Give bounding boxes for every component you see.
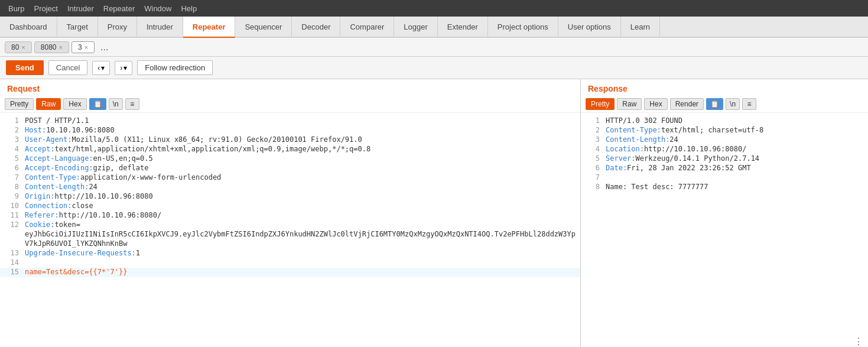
tab-extender[interactable]: Extender	[438, 17, 488, 37]
code-text: 24	[669, 135, 678, 145]
request-icon1-btn[interactable]: 📋	[89, 98, 106, 110]
code-text: Connection:	[25, 202, 71, 211]
sub-tab-8080-close[interactable]: ×	[59, 44, 63, 51]
table-row: 7Content-Type: application/x-www-form-ur…	[0, 173, 580, 183]
request-raw-btn[interactable]: Raw	[36, 98, 61, 110]
code-text: Referer:	[25, 211, 59, 220]
table-row: 8Name: Test desc: 7777777	[581, 183, 868, 192]
table-row: 1HTTP/1.0 302 FOUND	[581, 116, 868, 126]
code-text: 24	[89, 183, 97, 192]
code-text: Name: Test desc: 7777777	[606, 183, 708, 192]
code-text: close	[71, 202, 93, 211]
tab-decoder[interactable]: Decoder	[292, 17, 340, 37]
response-toolbar: Pretty Raw Hex Render 📋 \n ≡	[581, 96, 868, 113]
table-row: 7	[581, 173, 868, 183]
tab-proxy[interactable]: Proxy	[98, 17, 137, 37]
code-text: Content-Length:	[606, 135, 669, 145]
line-number: 5	[586, 154, 600, 164]
table-row: 6Date: Fri, 28 Jan 2022 23:26:52 GMT	[581, 164, 868, 173]
table-row: 13Upgrade-Insecure-Requests: 1	[0, 249, 580, 258]
code-text: Host:	[25, 126, 46, 135]
code-text: Content-Type:	[606, 126, 661, 135]
line-number: 2	[586, 126, 600, 135]
sub-tab-3-close[interactable]: ×	[84, 44, 88, 51]
menu-burp[interactable]: Burp	[4, 3, 29, 14]
response-menu-btn[interactable]: ≡	[742, 98, 756, 110]
line-number: 15	[5, 268, 19, 277]
follow-redirection-button[interactable]: Follow redirection	[137, 60, 213, 75]
sub-tab-80[interactable]: 80 ×	[5, 41, 32, 53]
tab-intruder[interactable]: Intruder	[137, 17, 183, 37]
table-row: 11Referer: http://10.10.10.96:8080/	[0, 211, 580, 220]
code-text: Date:	[606, 164, 627, 173]
dots-icon[interactable]: ⋮	[854, 336, 863, 347]
response-panel: Response Pretty Raw Hex Render 📋 \n ≡ 1H…	[581, 79, 868, 347]
request-menu-btn[interactable]: ≡	[125, 98, 139, 110]
response-render-btn[interactable]: Render	[670, 98, 704, 110]
cancel-button[interactable]: Cancel	[48, 60, 87, 75]
response-content[interactable]: 1HTTP/1.0 302 FOUND2Content-Type: text/h…	[581, 113, 868, 335]
line-number: 3	[5, 135, 19, 145]
code-text: Accept:	[25, 145, 55, 154]
line-number: 3	[586, 135, 600, 145]
tab-user-options[interactable]: User options	[558, 17, 621, 37]
tab-learn[interactable]: Learn	[621, 17, 660, 37]
request-content[interactable]: 1POST / HTTP/1.12Host: 10.10.10.96:80803…	[0, 113, 580, 335]
line-number	[5, 230, 19, 239]
code-text: Content-Type:	[25, 173, 80, 183]
response-icon1-btn[interactable]: 📋	[706, 98, 723, 110]
table-row: 4Accept: text/html,application/xhtml+xml…	[0, 145, 580, 154]
request-hex-btn[interactable]: Hex	[63, 98, 86, 110]
tab-dashboard[interactable]: Dashboard	[0, 17, 57, 37]
sub-tab-80-label: 80	[11, 43, 19, 51]
menu-window[interactable]: Window	[139, 3, 176, 14]
code-text: Upgrade-Insecure-Requests:	[25, 249, 136, 258]
response-raw-btn[interactable]: Raw	[617, 98, 642, 110]
table-row: 15name=Test&desc={{7*'7'}}	[0, 268, 580, 277]
tab-logger[interactable]: Logger	[394, 17, 437, 37]
chevron-down-icon: ▾	[101, 64, 105, 72]
line-number: 11	[5, 211, 19, 220]
line-number: 7	[586, 173, 600, 183]
nav-forward-button[interactable]: › ▾	[115, 61, 132, 75]
line-number: 14	[5, 258, 19, 268]
code-text: http://10.10.10.96:8080/	[644, 145, 746, 154]
request-pretty-btn[interactable]: Pretty	[5, 98, 34, 110]
response-hex-btn[interactable]: Hex	[644, 98, 667, 110]
menu-project[interactable]: Project	[29, 3, 62, 14]
sub-tab-more[interactable]: ...	[97, 41, 112, 54]
request-newline-btn[interactable]: \n	[109, 98, 123, 110]
code-text: application/x-www-form-urlencoded	[80, 173, 221, 183]
line-number: 8	[5, 183, 19, 192]
code-text: Werkzeug/0.14.1 Python/2.7.14	[636, 154, 760, 164]
send-button[interactable]: Send	[6, 60, 44, 75]
code-text: Mozilla/5.0 (X11; Linux x86_64; rv:91.0)…	[71, 135, 362, 145]
toolbar: Send Cancel ‹ ▾ › ▾ Follow redirection	[0, 57, 868, 79]
response-pretty-btn[interactable]: Pretty	[586, 98, 615, 110]
sub-tab-8080[interactable]: 8080 ×	[34, 41, 69, 53]
table-row: 3Content-Length: 24	[581, 135, 868, 145]
response-newline-btn[interactable]: \n	[726, 98, 740, 110]
chevron-down-icon2: ▾	[123, 64, 127, 72]
line-number: 9	[5, 192, 19, 202]
tab-repeater[interactable]: Repeater	[183, 17, 236, 38]
tab-sequencer[interactable]: Sequencer	[235, 17, 292, 37]
menu-intruder[interactable]: Intruder	[63, 3, 99, 14]
code-text: Accept-Language:	[25, 154, 93, 164]
code-text: Server:	[606, 154, 636, 164]
code-text: eyJhbGciOiJIUzI1NiIsInR5cCI6IkpXVCJ9.eyJ…	[25, 230, 576, 239]
sub-tab-80-close[interactable]: ×	[21, 44, 25, 51]
tab-target[interactable]: Target	[57, 17, 98, 37]
nav-back-button[interactable]: ‹ ▾	[92, 61, 110, 75]
line-number: 12	[5, 220, 19, 230]
tab-project-options[interactable]: Project options	[488, 17, 558, 37]
line-number	[5, 239, 19, 249]
menu-repeater[interactable]: Repeater	[99, 3, 139, 14]
table-row: 14	[0, 258, 580, 268]
tab-comparer[interactable]: Comparer	[340, 17, 394, 37]
sub-tab-bar: 80 × 8080 × 3 × ...	[0, 38, 868, 57]
code-text: Fri, 28 Jan 2022 23:26:52 GMT	[627, 164, 751, 173]
menu-help[interactable]: Help	[176, 3, 201, 14]
main-content: Request Pretty Raw Hex 📋 \n ≡ 1POST / HT…	[0, 79, 868, 347]
sub-tab-3[interactable]: 3 ×	[71, 41, 95, 53]
